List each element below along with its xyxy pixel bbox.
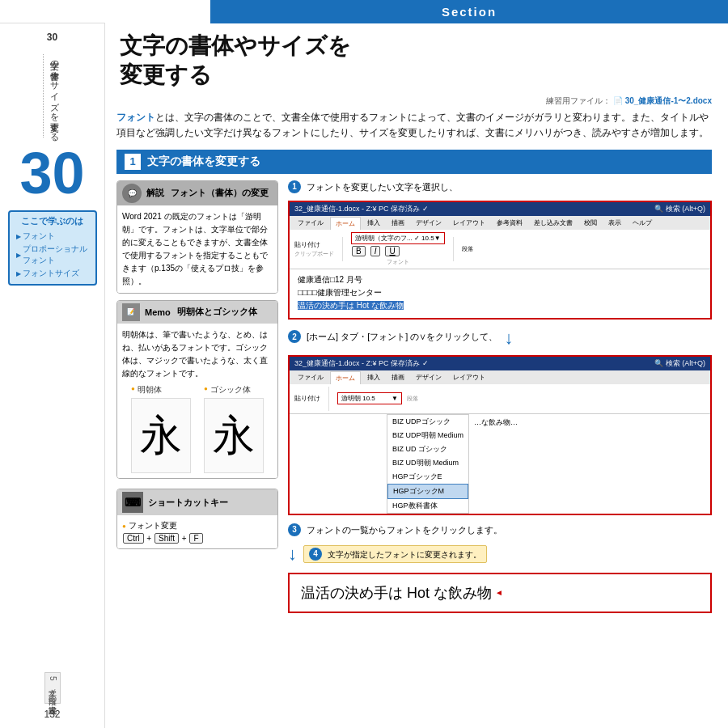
memo-title: 明朝体とゴシック体 [177,306,257,318]
main-content: 文字の書体やサイズを変更する 練習用ファイル： 📄 30_健康通信-1〜2.do… [105,23,728,728]
memo-label: Memo [145,307,171,317]
ribbon2-font: 游明朝 10.5 ▼ [337,392,402,404]
font-demo-mincho-label: 明朝体 [131,383,191,396]
ribbon2-paste-label: 貼り付け [294,394,320,403]
font-dropdown[interactable]: 游明朝（文字のフ... ✓ 10.5 ▼ [351,232,445,244]
memo-icon: 📝 [122,303,140,321]
section-title-jp: 文字の書体やサイズを変更する [120,32,351,91]
dropdown-item-3[interactable]: BIZ UD ゴシック [387,442,468,456]
practice-file-prefix: 練習用ファイル： [546,96,611,105]
tab-insert[interactable]: 挿入 [362,217,385,230]
word-ribbon-2: 貼り付け 游明朝 10.5 ▼ 段落 [290,384,710,414]
underline-btn[interactable]: U [385,246,399,256]
step-3-row: 3 フォントの一覧からフォントをクリックします。 [288,523,712,539]
ribbon-font: 游明朝（文字のフ... ✓ 10.5 ▼ B I U フォント [351,232,445,266]
font-demo-gothic-label: ゴシック体 [204,383,264,396]
left-sidebar: 30 文字の書体やサイズを変更する 30 ここで学ぶのは フォント プロポーショ… [0,23,105,728]
step-2-row: 2 [ホーム] タブ・[フォント] の∨をクリックして、 ↓ [288,328,712,349]
font-dropdown-2-arrow: ▼ [392,395,398,402]
ribbon-clipboard: 貼り付け クリップボード [294,240,334,258]
arrow-down-1: ↓ [504,328,513,349]
font-demo-gothic: ゴシック体 永 [204,383,264,473]
memo-body: 明朝体は、筆で書いたような、とめ、はね、払いがあるフォントです。ゴシック体は、マ… [117,324,277,478]
dropdown-item-4[interactable]: BIZ UD明朝 Medium [387,456,468,470]
step-4-desc: 4 文字が指定したフォントに変更されます。 [303,545,487,563]
kaisetsu-title: フォント（書体）の変更 [171,187,269,199]
dropdown-item-5[interactable]: HGPゴシックE [387,470,468,484]
ribbon-clipboard-label: クリップボード [294,250,334,258]
step-4-circle: 4 [309,548,322,561]
page: Section 30 文字の書体やサイズを変更する 30 ここで学ぶのは フォン… [0,0,728,728]
practice-file-icon: 📄 [613,96,623,105]
sub-section-number-1: 1 [125,154,141,170]
selected-text: 温活の決め手は Hot な飲み物 [298,301,404,310]
ribbon2-clipboard: 貼り付け [294,394,320,403]
word-mock-1-title: 32_健康通信-1.docx - Z:¥ PC 保存済み ✓ 🔍 検索 (Alt… [290,202,710,216]
section-number: 30 [19,144,84,202]
step-3-circle: 3 [288,523,301,536]
tab-ref[interactable]: 参考資料 [492,217,527,230]
shortcut-label: フォント変更 [122,520,273,531]
dropdown-item-7[interactable]: HGP教科書体 [387,499,468,513]
font-demo-mincho-char: 永 [131,398,191,473]
word-ribbon-1: 貼り付け クリップボード 游明朝（文字のフ... ✓ 10.5 ▼ [290,230,710,269]
sub-section-banner-1: 1 文字の書体を変更する [116,150,712,174]
tab-layout[interactable]: レイアウト [448,217,490,230]
ribbon2-paragraph: 段落 [407,395,418,403]
tab-home[interactable]: ホーム [330,217,361,230]
font-dropdown-2[interactable]: 游明朝 10.5 ▼ [337,392,402,404]
right-col: 1 フォントを変更したい文字を選択し、 32_健康通信-1.docx - Z:¥… [288,180,712,720]
page-number-bottom: 132 [44,709,60,720]
tab-mail[interactable]: 差し込み文書 [529,217,578,230]
tab2-design[interactable]: デザイン [411,371,447,384]
tab2-file[interactable]: ファイル [293,371,328,384]
key-shift: Shift [154,533,179,544]
step-3-text: フォントの一覧からフォントをクリックします。 [307,524,502,534]
tab-view[interactable]: 表示 [603,217,626,230]
shortcut-icon: ⌨ [122,492,143,513]
step-1-text: フォントを変更したい文字を選択し、 [307,181,458,191]
tab-design[interactable]: デザイン [411,217,447,230]
tab2-draw[interactable]: 描画 [387,371,409,384]
font-demo-mincho: 明朝体 永 [131,383,191,473]
word-body-2-line: …な飲み物… [474,417,702,428]
step-2-circle: 2 [288,330,301,343]
tab2-layout[interactable]: レイアウト [448,371,490,384]
learn-box-title: ここで学ぶのは [16,215,89,227]
tab-draw[interactable]: 描画 [387,217,409,230]
shortcut-body: フォント変更 Ctrl + Shift + F [117,515,277,548]
bold-btn[interactable]: B [352,246,366,256]
word-mock-2: 32_健康通信-1.docx - Z:¥ PC 保存済み ✓ 🔍 検索 (Alt… [288,355,712,515]
practice-file-line: 練習用ファイル： 📄 30_健康通信-1〜2.docx [116,95,712,107]
shortcut-keys: Ctrl + Shift + F [122,533,273,544]
kaisetsu-icon: 💬 [122,184,142,203]
font-demo: 明朝体 永 ゴシック体 永 [122,383,273,473]
tab-help[interactable]: ヘルプ [628,217,657,230]
memo-text: 明朝体は、筆で書いたような、とめ、はね、払いがあるフォントです。ゴシック体は、マ… [122,330,268,378]
dropdown-item-2[interactable]: BIZ UDP明朝 Medium [387,429,468,442]
font-dropdown-arrow: ▼ [434,235,441,242]
section-title-area: 文字の書体やサイズを変更する [116,32,712,91]
key-ctrl: Ctrl [123,533,144,544]
dropdown-area: BIZ UDPゴシック BIZ UDP明朝 Medium BIZ UD ゴシック… [290,414,710,514]
word-mock-2-tabs: ファイル ホーム 挿入 描画 デザイン レイアウト [290,370,710,384]
tab-file[interactable]: ファイル [293,217,328,230]
tab2-insert[interactable]: 挿入 [362,371,385,384]
dropdown-item-1[interactable]: BIZ UDPゴシック [387,415,468,429]
tab-review[interactable]: 校閲 [579,217,602,230]
font-demo-gothic-char: 永 [204,398,264,473]
dropdown-item-highlighted[interactable]: HGPゴシックM [387,484,468,499]
italic-btn[interactable]: I [370,246,381,256]
learn-item-proportional: プロポーショナルフォント [16,243,89,266]
two-col-layout: 💬 解説 フォント（書体）の変更 Word 2021 の既定のフォントは「游明朝… [116,180,712,720]
tab2-home[interactable]: ホーム [330,371,361,384]
sidebar-vertical-text: 文字の書体やサイズを変更する [43,54,61,138]
font-style-row: B I U [351,246,445,256]
kaisetsu-header: 💬 解説 フォント（書体）の変更 [117,181,277,205]
left-col: 💬 解説 フォント（書体）の変更 Word 2021 の既定のフォントは「游明朝… [116,180,278,720]
sub-section-title-1: 文字の書体を変更する [147,154,260,169]
result-box: 温活の決め手は Hot な飲み物 ◄ [288,573,712,613]
learn-item-fontsize: フォントサイズ [16,268,89,279]
font-dropdown-2-value: 游明朝 10.5 [341,394,375,403]
doc-line-selected: 温活の決め手は Hot な飲み物 [298,300,702,311]
